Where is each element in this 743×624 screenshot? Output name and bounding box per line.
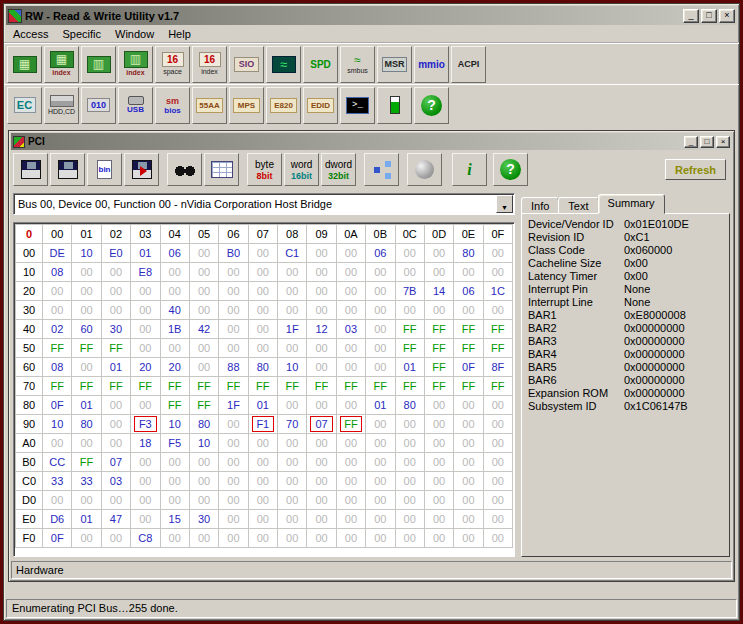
hex-cell-50-05[interactable]: 00 [189, 339, 218, 358]
pci-floppy-button[interactable] [50, 153, 85, 186]
hex-cell-40-0B[interactable]: 00 [366, 320, 395, 339]
hex-cell-10-06[interactable]: 00 [219, 263, 248, 282]
hex-cell-B0-04[interactable]: 00 [160, 453, 189, 472]
hex-cell-D0-03[interactable]: 00 [131, 491, 160, 510]
toolbar-disk-010-button[interactable]: 010 [81, 87, 116, 124]
hex-cell-A0-0E[interactable]: 00 [454, 434, 483, 453]
hex-cell-D0-0C[interactable]: 00 [395, 491, 424, 510]
hex-cell-50-02[interactable]: FF [101, 339, 130, 358]
hex-cell-F0-05[interactable]: 00 [189, 529, 218, 548]
hex-cell-10-01[interactable]: 00 [72, 263, 101, 282]
hex-cell-40-0D[interactable]: FF [424, 320, 453, 339]
hex-cell-C0-01[interactable]: 33 [72, 472, 101, 491]
hex-cell-10-0B[interactable]: 00 [366, 263, 395, 282]
hex-cell-F0-02[interactable]: 00 [101, 529, 130, 548]
hex-cell-60-03[interactable]: 20 [131, 358, 160, 377]
hex-cell-20-09[interactable]: 00 [307, 282, 336, 301]
hex-cell-20-0E[interactable]: 06 [454, 282, 483, 301]
hex-cell-10-0F[interactable]: 00 [483, 263, 512, 282]
hex-cell-E0-0F[interactable]: 00 [483, 510, 512, 529]
pci-dword-32bit-button[interactable]: dword32bit [321, 153, 356, 186]
hex-cell-40-01[interactable]: 60 [72, 320, 101, 339]
hex-cell-80-0F[interactable]: 00 [483, 396, 512, 415]
hex-cell-40-05[interactable]: 42 [189, 320, 218, 339]
hex-cell-60-0B[interactable]: 00 [366, 358, 395, 377]
hex-cell-60-04[interactable]: 20 [160, 358, 189, 377]
close-button[interactable]: × [719, 9, 735, 23]
hex-cell-D0-0A[interactable]: 00 [336, 491, 365, 510]
hex-cell-40-0E[interactable]: FF [454, 320, 483, 339]
hex-cell-B0-08[interactable]: 00 [278, 453, 307, 472]
hex-cell-C0-0E[interactable]: 00 [454, 472, 483, 491]
hex-cell-70-04[interactable]: FF [160, 377, 189, 396]
hex-cell-90-0B[interactable]: 00 [366, 415, 395, 434]
hex-cell-D0-06[interactable]: 00 [219, 491, 248, 510]
hex-cell-60-05[interactable]: 00 [189, 358, 218, 377]
main-titlebar[interactable]: RW - Read & Write Utility v1.7 _ □ × [6, 6, 737, 25]
maximize-button[interactable]: □ [701, 9, 717, 23]
hex-cell-50-00[interactable]: FF [43, 339, 72, 358]
hex-cell-20-03[interactable]: 00 [131, 282, 160, 301]
hex-cell-00-0D[interactable]: 00 [424, 244, 453, 263]
hex-cell-00-0E[interactable]: 80 [454, 244, 483, 263]
hex-cell-E0-0A[interactable]: 00 [336, 510, 365, 529]
hex-cell-80-06[interactable]: 1F [219, 396, 248, 415]
hex-cell-50-09[interactable]: 00 [307, 339, 336, 358]
hex-cell-70-07[interactable]: FF [248, 377, 277, 396]
hex-cell-70-03[interactable]: FF [131, 377, 160, 396]
hex-cell-80-07[interactable]: 01 [248, 396, 277, 415]
hex-cell-50-08[interactable]: 00 [278, 339, 307, 358]
hex-cell-00-02[interactable]: E0 [101, 244, 130, 263]
hex-cell-40-09[interactable]: 12 [307, 320, 336, 339]
hex-cell-A0-0C[interactable]: 00 [395, 434, 424, 453]
hex-cell-60-08[interactable]: 10 [278, 358, 307, 377]
hex-cell-90-0F[interactable]: 00 [483, 415, 512, 434]
hex-cell-E0-0C[interactable]: 00 [395, 510, 424, 529]
hex-cell-80-08[interactable]: 00 [278, 396, 307, 415]
hex-cell-C0-03[interactable]: 00 [131, 472, 160, 491]
pci-maximize-button[interactable]: □ [700, 136, 714, 148]
hex-cell-C0-09[interactable]: 00 [307, 472, 336, 491]
hex-cell-00-00[interactable]: DE [43, 244, 72, 263]
hex-cell-10-00[interactable]: 08 [43, 263, 72, 282]
hex-cell-30-0C[interactable]: 00 [395, 301, 424, 320]
hex-cell-50-0D[interactable]: FF [424, 339, 453, 358]
pci-binoculars-button[interactable] [167, 153, 202, 186]
hex-cell-10-09[interactable]: 00 [307, 263, 336, 282]
toolbar-msr-button[interactable]: MSR [377, 46, 412, 83]
hex-cell-90-07[interactable]: F1 [248, 415, 277, 434]
toolbar-pci-button[interactable]: ▦ [7, 46, 42, 83]
combobox-dropdown-icon[interactable] [496, 195, 513, 213]
hex-cell-20-0A[interactable]: 00 [336, 282, 365, 301]
hex-cell-D0-0F[interactable]: 00 [483, 491, 512, 510]
minimize-button[interactable]: _ [683, 9, 699, 23]
hex-cell-10-02[interactable]: 00 [101, 263, 130, 282]
hex-cell-D0-0D[interactable]: 00 [424, 491, 453, 510]
pci-globe-button[interactable] [407, 153, 442, 186]
hex-cell-C0-06[interactable]: 00 [219, 472, 248, 491]
pci-byte-8bit-button[interactable]: byte8bit [247, 153, 282, 186]
menu-window[interactable]: Window [108, 27, 161, 41]
hex-cell-80-0B[interactable]: 01 [366, 396, 395, 415]
hex-cell-20-0F[interactable]: 1C [483, 282, 512, 301]
pci-save-button[interactable] [13, 153, 48, 186]
hex-cell-B0-05[interactable]: 00 [189, 453, 218, 472]
hex-cell-C0-0C[interactable]: 00 [395, 472, 424, 491]
pci-minimize-button[interactable]: _ [684, 136, 698, 148]
hex-cell-50-03[interactable]: 00 [131, 339, 160, 358]
hex-cell-20-0D[interactable]: 14 [424, 282, 453, 301]
hex-cell-E0-08[interactable]: 00 [278, 510, 307, 529]
hex-cell-A0-09[interactable]: 00 [307, 434, 336, 453]
hex-cell-60-00[interactable]: 08 [43, 358, 72, 377]
hex-cell-50-06[interactable]: 00 [219, 339, 248, 358]
hex-cell-40-00[interactable]: 02 [43, 320, 72, 339]
hex-cell-70-0A[interactable]: FF [336, 377, 365, 396]
hex-cell-B0-09[interactable]: 00 [307, 453, 336, 472]
hex-cell-B0-06[interactable]: 00 [219, 453, 248, 472]
hex-cell-80-09[interactable]: 00 [307, 396, 336, 415]
hex-cell-B0-0F[interactable]: 00 [483, 453, 512, 472]
hex-cell-B0-0D[interactable]: 00 [424, 453, 453, 472]
hex-cell-B0-02[interactable]: 07 [101, 453, 130, 472]
hex-cell-00-08[interactable]: C1 [278, 244, 307, 263]
hex-cell-A0-0D[interactable]: 00 [424, 434, 453, 453]
